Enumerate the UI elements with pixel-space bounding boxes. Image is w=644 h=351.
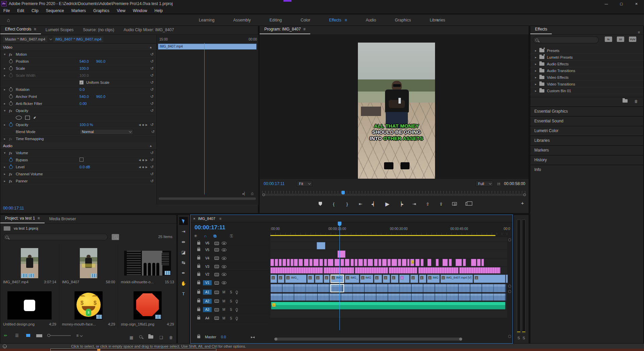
bin-video-transitions[interactable]: ▸Video Transitions	[530, 81, 643, 87]
source-patch-icon[interactable]	[214, 308, 219, 311]
panel-menu-icon[interactable]: ≡	[38, 216, 40, 221]
reset-icon[interactable]: ↺	[148, 108, 156, 113]
trash-icon[interactable]: 🗑	[169, 335, 173, 340]
fit-audio-icon[interactable]: ▸◂	[251, 335, 255, 339]
ellipse-mask-icon[interactable]	[16, 116, 22, 120]
effect-motion[interactable]: ▾fxMotion↺	[0, 51, 156, 58]
mark-in-button[interactable]: {	[331, 200, 337, 207]
toggle-track-output-icon[interactable]	[222, 257, 226, 260]
track-header-v2[interactable]: V2	[195, 271, 270, 278]
timeline-clip[interactable]	[391, 259, 397, 266]
menu-file[interactable]: File	[3, 8, 10, 13]
timeline-clip[interactable]	[436, 259, 438, 266]
timeline-clip[interactable]: fxIMG_	[345, 275, 359, 283]
timeline-clip[interactable]	[337, 250, 345, 258]
track-lane-v2[interactable]	[270, 267, 507, 274]
stopwatch-icon[interactable]	[9, 60, 13, 63]
timeline-clip[interactable]: fx	[374, 275, 382, 283]
track-lane-a3[interactable]: fx	[270, 301, 507, 310]
timeline-clip[interactable]	[287, 259, 289, 266]
play-around-icon[interactable]: ▸▏	[243, 192, 247, 196]
timeline-clip[interactable]	[389, 267, 417, 274]
timeline-clip[interactable]	[449, 259, 452, 266]
hand-tool[interactable]: ✋	[179, 279, 188, 287]
work-area-bar[interactable]	[270, 235, 495, 236]
scale-value[interactable]: 100.0	[79, 66, 89, 70]
lock-icon[interactable]	[197, 265, 200, 268]
voiceover-mic-icon[interactable]	[236, 300, 238, 303]
timeline-clip[interactable]	[407, 259, 410, 266]
scrollbar-handle[interactable]	[523, 193, 526, 196]
timeline-clip[interactable]	[324, 267, 354, 274]
toggle-track-output-icon[interactable]	[222, 265, 226, 268]
solo-button[interactable]: S	[229, 308, 233, 311]
timeline-clip[interactable]: fxIMG	[360, 275, 373, 283]
sort-icon[interactable]: ≡	[73, 333, 85, 338]
toggle-track-output-icon[interactable]	[222, 281, 226, 284]
source-patch-icon[interactable]	[214, 242, 219, 245]
tab-program-monitor[interactable]: Program: IMG_8407 ≡	[260, 25, 310, 34]
reset-icon[interactable]: ↺	[148, 52, 156, 57]
track-lane-a1[interactable]	[270, 284, 507, 293]
timeline-clip[interactable]	[506, 275, 508, 283]
track-header-a2[interactable]: A2MS	[195, 297, 270, 305]
go-to-out-button[interactable]: ⇥	[411, 200, 417, 207]
reset-icon[interactable]: ↺	[148, 87, 156, 92]
track-lane-v5[interactable]	[270, 242, 507, 250]
timeline-clip[interactable]	[340, 259, 344, 266]
timeline-clip[interactable]: fx	[278, 275, 284, 283]
timeline-clip[interactable]: fx	[271, 302, 505, 309]
antiflicker-value[interactable]: 0.00	[79, 102, 87, 106]
add-keyframe-icon[interactable]: ◆	[142, 159, 144, 162]
param-anchor-point[interactable]: Anchor Point 540.0960.0 ↺	[0, 93, 156, 100]
level-value[interactable]: 0.0 dB	[79, 165, 90, 169]
timeline-clip[interactable]: fx	[410, 259, 415, 266]
step-back-button[interactable]: ◂▏	[371, 200, 377, 207]
filter-32bit-icon[interactable]: 32	[617, 37, 624, 42]
timeline-clip[interactable]	[279, 259, 281, 266]
timeline-clip[interactable]: fx	[270, 275, 277, 283]
add-keyframe-icon[interactable]: ◆	[142, 123, 144, 126]
panel-history[interactable]: History	[530, 155, 643, 164]
new-item-icon[interactable]: ❏	[159, 335, 163, 340]
timeline-clip[interactable]	[455, 259, 462, 266]
timeline-clip[interactable]	[317, 242, 326, 249]
step-forward-button[interactable]: ▕▸	[398, 200, 404, 207]
mini-scrollbar[interactable]	[159, 197, 256, 200]
bin-lumetri-presets[interactable]: ▸Lumetri Presets	[530, 54, 643, 61]
tab-effect-controls[interactable]: Effect Controls ≡	[0, 25, 41, 34]
reset-icon[interactable]: ↺	[148, 165, 156, 169]
automate-to-sequence-icon[interactable]: ▦	[129, 335, 133, 340]
param-position[interactable]: Position 540.0960.0 ↺	[0, 58, 156, 65]
stopwatch-icon-active[interactable]	[9, 158, 13, 162]
timeline-clip[interactable]: fx	[474, 275, 505, 283]
timeline-clip[interactable]	[421, 259, 424, 266]
param-bypass[interactable]: Bypass ◀◆▶ ↺	[0, 157, 156, 164]
mark-out-button[interactable]: }	[344, 200, 350, 207]
reset-icon[interactable]: ↺	[148, 101, 156, 106]
lock-icon[interactable]	[197, 282, 200, 284]
tab-sequence[interactable]: IMG_8407	[198, 217, 215, 221]
lock-icon[interactable]	[197, 291, 200, 294]
timeline-clip[interactable]	[270, 293, 506, 301]
timeline-clip[interactable]	[459, 267, 501, 274]
delete-bin-icon[interactable]: 🗑	[634, 99, 638, 106]
solo-button[interactable]: S	[229, 316, 233, 320]
timeline-clip[interactable]	[382, 259, 386, 266]
collapse-icon[interactable]: ▲	[149, 46, 152, 49]
playhead[interactable]	[204, 43, 205, 194]
workspace-overflow-icon[interactable]: »	[436, 17, 438, 22]
scrollbar-handle[interactable]	[262, 193, 265, 196]
rect-mask-icon[interactable]	[25, 116, 30, 120]
razor-tool[interactable]: ◪	[179, 248, 188, 256]
menu-graphics[interactable]: Graphics	[93, 8, 109, 13]
track-lane-v6[interactable]	[270, 237, 507, 242]
timeline-clip[interactable]	[387, 259, 391, 266]
pen-tool[interactable]: ✒	[179, 269, 188, 277]
program-timecode[interactable]: 00:00:17:11	[264, 181, 285, 186]
workspace-tab-audio[interactable]: Audio	[366, 18, 376, 22]
param-level[interactable]: ▸Level 0.0 dB ◀◆▶ ↺	[0, 164, 156, 171]
project-item[interactable]: IMG_8407.mp43:07:14	[0, 244, 59, 286]
project-search-input[interactable]	[3, 234, 108, 240]
timeline-clip[interactable]	[378, 259, 381, 266]
